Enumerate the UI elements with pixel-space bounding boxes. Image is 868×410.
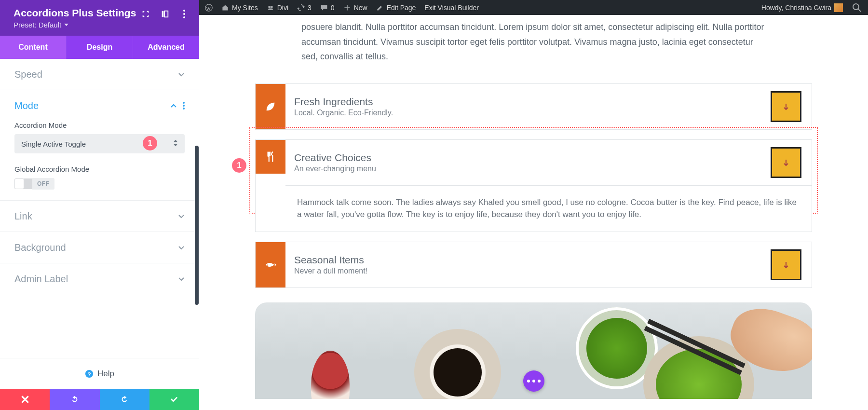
kebab-icon[interactable]: [183, 102, 185, 109]
callout-badge: 1: [232, 158, 246, 173]
svg-point-10: [205, 4, 212, 11]
tab-design[interactable]: Design: [66, 36, 133, 59]
preset-selector[interactable]: Preset: Default: [14, 21, 136, 29]
svg-point-7: [183, 108, 185, 109]
section-title: Admin Label: [14, 273, 68, 285]
chevron-down-icon: [178, 71, 185, 78]
search-icon[interactable]: [852, 2, 862, 13]
hero-image: [255, 302, 812, 399]
panel-tabs: Content Design Advanced: [0, 36, 199, 59]
chevron-down-icon: [178, 213, 185, 219]
select-arrows-icon: [173, 140, 178, 148]
svg-point-2: [183, 10, 185, 12]
avatar: [834, 3, 843, 12]
section-speed: Speed: [0, 59, 199, 90]
caret-down-icon: [64, 24, 68, 27]
accordion-title: Seasonal Items: [294, 254, 367, 266]
exit-vb-link[interactable]: Exit Visual Builder: [424, 4, 479, 12]
kebab-icon[interactable]: [180, 10, 189, 18]
utensils-icon: [256, 140, 285, 174]
scrollbar[interactable]: [195, 59, 199, 324]
section-title: Link: [14, 211, 32, 222]
accordion-toggle[interactable]: [771, 249, 801, 280]
section-title: Background: [14, 242, 66, 253]
accordion-subtitle: Never a dull moment!: [294, 267, 367, 275]
callout-badge: 1: [143, 136, 157, 150]
accordion-subtitle: Local. Organic. Eco-Friendly.: [294, 109, 393, 117]
chevron-up-icon: [170, 102, 177, 109]
wp-admin-bar: My Sites Divi 3 0 New Edit Page Exit Vis…: [199, 0, 868, 15]
svg-point-12: [271, 6, 273, 8]
svg-point-3: [183, 13, 185, 15]
accordion-mode-label: Accordion Mode: [14, 121, 185, 129]
my-sites-link[interactable]: My Sites: [221, 4, 258, 12]
howdy-user[interactable]: Howdy, Christina Gwira: [761, 3, 843, 12]
chevron-down-icon: [178, 244, 185, 251]
accordion-item[interactable]: Seasonal Items Never a dull moment!: [255, 242, 812, 288]
library-icon[interactable]: [161, 10, 169, 18]
wp-logo[interactable]: [205, 4, 213, 12]
section-title: Speed: [14, 69, 42, 80]
save-button[interactable]: [149, 389, 199, 410]
module-options-button[interactable]: [523, 370, 544, 392]
accordion-mode-select[interactable]: Single Active Toggle 1: [14, 134, 185, 153]
panel-footer: [0, 389, 199, 410]
undo-button[interactable]: [50, 389, 99, 410]
section-mode-content: Accordion Mode Single Active Toggle 1 Gl…: [14, 121, 185, 200]
tab-advanced[interactable]: Advanced: [133, 36, 199, 59]
edit-page-link[interactable]: Edit Page: [376, 4, 416, 12]
global-mode-toggle[interactable]: OFF: [14, 178, 185, 190]
comments-link[interactable]: 0: [320, 4, 335, 12]
divi-link[interactable]: Divi: [267, 4, 288, 12]
section-title: Mode: [14, 100, 39, 111]
svg-point-14: [853, 4, 859, 10]
updates-link[interactable]: 3: [297, 4, 312, 12]
svg-text:?: ?: [87, 370, 91, 377]
svg-point-5: [183, 102, 185, 104]
page-content: posuere blandit. Nulla porttitor accumsa…: [199, 15, 868, 410]
panel-body: Speed Mode Accordion Mode Single Active …: [0, 59, 199, 358]
panel-header: Accordions Plus Settings Preset: Default: [0, 0, 199, 36]
tab-content[interactable]: Content: [0, 36, 66, 59]
expand-icon[interactable]: [141, 10, 150, 18]
redo-button[interactable]: [100, 389, 149, 410]
section-background: Background: [0, 232, 199, 263]
accordion-toggle[interactable]: [771, 147, 801, 178]
accordion-title: Fresh Ingredients: [294, 96, 393, 108]
accordion-list: 1 Fresh Ingredients Local. Organic. Eco-…: [255, 83, 812, 399]
intro-paragraph: posuere blandit. Nulla porttitor accumsa…: [301, 20, 766, 64]
accordion-subtitle: An ever-changing menu: [294, 164, 376, 173]
panel-title: Accordions Plus Settings: [14, 7, 136, 19]
svg-rect-1: [164, 11, 168, 17]
accordion-item[interactable]: Creative Choices An ever-changing menu H…: [255, 139, 812, 232]
section-link: Link: [0, 201, 199, 232]
section-mode: Mode Accordion Mode Single Active Toggle…: [0, 90, 199, 201]
global-mode-label: Global Accordion Mode: [14, 165, 185, 173]
fish-icon: [256, 242, 285, 287]
new-link[interactable]: New: [343, 4, 367, 12]
section-admin-label: Admin Label: [0, 263, 199, 294]
accordion-content: Hammock talk come soon. The ladies alway…: [285, 185, 812, 232]
leaf-icon: [256, 84, 285, 129]
cancel-button[interactable]: [0, 389, 50, 410]
help-link[interactable]: ? Help: [0, 358, 199, 389]
chevron-down-icon: [178, 275, 185, 282]
accordion-item[interactable]: Fresh Ingredients Local. Organic. Eco-Fr…: [255, 83, 812, 130]
settings-panel: Accordions Plus Settings Preset: Default…: [0, 0, 199, 410]
svg-point-4: [183, 16, 185, 18]
preview-area: My Sites Divi 3 0 New Edit Page Exit Vis…: [199, 0, 868, 410]
svg-rect-13: [268, 8, 273, 10]
accordion-toggle[interactable]: [771, 91, 801, 122]
help-icon: ?: [85, 369, 94, 378]
svg-point-11: [268, 6, 271, 8]
svg-point-6: [183, 105, 185, 107]
svg-rect-0: [162, 11, 164, 17]
accordion-title: Creative Choices: [294, 152, 376, 164]
